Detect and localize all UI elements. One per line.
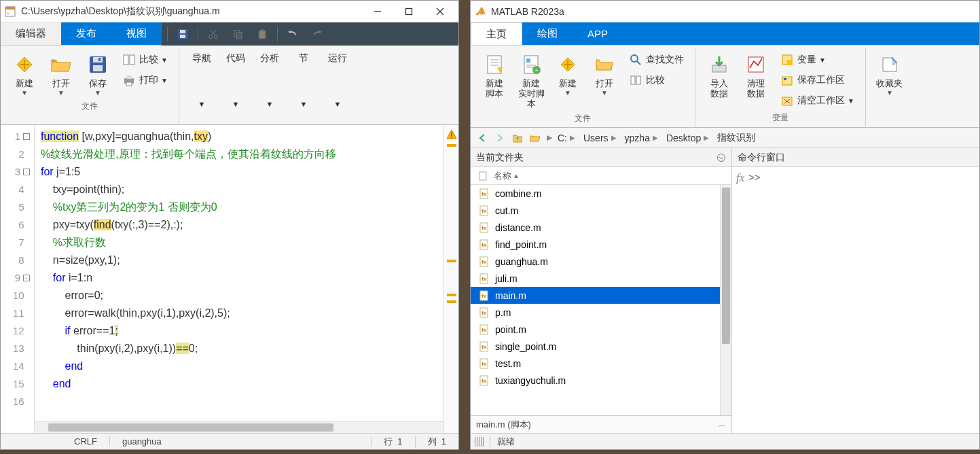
svg-rect-26 — [126, 75, 132, 79]
file-item[interactable]: fxguanghua.m — [471, 253, 720, 270]
favorites-button[interactable]: 收藏夹▼ — [871, 50, 908, 99]
analyze-button[interactable]: 分析▼ — [253, 50, 287, 111]
new-live-script-button[interactable]: + 新建 实时脚本 — [513, 50, 549, 111]
mfile-icon: fx — [477, 290, 491, 302]
command-window[interactable]: fx >> — [732, 167, 979, 433]
panel-menu-icon[interactable] — [716, 153, 726, 162]
clean-data-button[interactable]: 清理 数据 — [738, 50, 774, 101]
tab-publish[interactable]: 发布 — [61, 22, 111, 45]
tab-plots[interactable]: 绘图 — [522, 22, 573, 45]
fold-toggle[interactable]: - — [23, 275, 30, 281]
fold-toggle[interactable]: - — [23, 133, 30, 140]
file-group-label: 文件 — [6, 99, 173, 115]
save-button[interactable]: 保存▼ — [79, 50, 116, 99]
minimize-button[interactable] — [362, 1, 393, 22]
svg-rect-7 — [180, 30, 185, 33]
save-icon[interactable] — [172, 24, 194, 43]
editor-tabstrip: 编辑器 发布 视图 — [1, 22, 458, 46]
code-message-strip — [443, 125, 458, 433]
current-folder-header: 当前文件夹 — [471, 148, 731, 167]
file-item[interactable]: fxsingle_point.m — [471, 338, 720, 355]
svg-point-56 — [718, 154, 725, 161]
fold-toggle[interactable]: - — [23, 169, 30, 175]
v-scrollbar[interactable] — [720, 185, 731, 415]
function-cell: guanghua — [110, 436, 371, 447]
h-scrollbar[interactable] — [48, 423, 333, 432]
print-button[interactable]: 打印 ▼ — [116, 70, 173, 90]
find-files-button[interactable]: 查找文件 — [623, 50, 689, 70]
copy-icon[interactable] — [227, 24, 249, 43]
save-workspace-button[interactable]: 保存工作区 — [774, 70, 860, 90]
cut-icon[interactable] — [202, 24, 224, 43]
svg-point-42 — [631, 55, 638, 62]
run-button[interactable]: 运行▼ — [321, 50, 355, 111]
svg-rect-57 — [479, 172, 486, 180]
mfile-icon: fx — [477, 357, 491, 370]
crumb-drive[interactable]: C:▶ — [555, 133, 581, 143]
browse-button[interactable] — [526, 130, 544, 146]
crumb-users[interactable]: Users▶ — [581, 133, 622, 143]
svg-text:fx: fx — [482, 361, 487, 367]
tab-view[interactable]: 视图 — [111, 22, 162, 45]
svg-rect-24 — [130, 55, 134, 65]
mfile-icon: fx — [477, 324, 491, 336]
variable-button[interactable]: 变量▼ — [774, 50, 860, 70]
status-text: 就绪 — [497, 436, 515, 448]
redo-icon[interactable] — [306, 24, 328, 43]
matlab-open-button[interactable]: 打开▼ — [586, 50, 623, 99]
new-script-button[interactable]: 新建 脚本 — [476, 50, 513, 101]
row-cell: 行 1 — [371, 436, 415, 448]
section-button[interactable]: 节▼ — [287, 50, 321, 111]
expand-icon[interactable]: ︿ — [719, 419, 726, 430]
crumb-user[interactable]: ypzha▶ — [622, 133, 664, 143]
back-button[interactable] — [473, 130, 491, 146]
forward-button[interactable] — [491, 130, 509, 146]
tab-home[interactable]: 主页 — [471, 22, 522, 45]
close-button[interactable] — [424, 1, 456, 22]
file-item[interactable]: fxpoint.m — [471, 321, 720, 338]
up-folder-button[interactable] — [509, 130, 526, 146]
paste-icon[interactable] — [251, 24, 273, 43]
file-item[interactable]: fxfind_point.m — [471, 236, 720, 253]
maximize-button[interactable] — [393, 1, 424, 22]
matlab-title: MATLAB R2023a — [491, 6, 977, 17]
editor-ribbon: 新建▼ 打开▼ 保存▼ 比较 ▼ 打印 ▼ — [1, 46, 458, 125]
svg-rect-21 — [93, 65, 103, 71]
import-data-button[interactable]: 导入 数据 — [701, 50, 738, 101]
matlab-compare-button[interactable]: 比较 — [623, 70, 689, 90]
tab-editor[interactable]: 编辑器 — [1, 22, 61, 45]
nav-button[interactable]: 导航▼ — [185, 50, 219, 111]
svg-text:fx: fx — [482, 208, 487, 214]
crumb-desktop[interactable]: Desktop▶ — [664, 133, 714, 143]
svg-rect-3 — [406, 8, 412, 14]
new-button[interactable]: 新建▼ — [6, 50, 43, 99]
svg-rect-49 — [787, 60, 793, 65]
open-button[interactable]: 打开▼ — [43, 50, 79, 99]
compare-button[interactable]: 比较 ▼ — [116, 50, 173, 70]
tab-apps[interactable]: APP — [573, 22, 623, 45]
file-item[interactable]: fxcut.m — [471, 202, 720, 219]
editor-title: C:\Users\ypzha\Desktop\指纹识别\guanghua.m — [21, 5, 362, 18]
undo-icon[interactable] — [282, 24, 304, 43]
matlab-new-button[interactable]: 新建▼ — [549, 50, 586, 99]
name-column-header[interactable]: 名称▲ — [471, 167, 731, 185]
svg-rect-1 — [5, 7, 15, 10]
svg-rect-22 — [98, 58, 101, 61]
file-item[interactable]: fxdistance.m — [471, 219, 720, 236]
file-item[interactable]: fxjuli.m — [471, 270, 720, 287]
file-item[interactable]: fxtest.m — [471, 355, 720, 372]
svg-text:fx: fx — [482, 276, 487, 282]
code-button[interactable]: 代码▼ — [219, 50, 253, 111]
file-group-label: 文件 — [476, 111, 689, 127]
file-item[interactable]: fxtuxiangyuchuli.m — [471, 372, 720, 389]
svg-rect-20 — [93, 57, 103, 63]
code-area[interactable]: function [w,pxy]=guanghua(thin,txy) %纹线光… — [35, 125, 443, 433]
clear-workspace-button[interactable]: 清空工作区▼ — [774, 90, 860, 111]
svg-point-10 — [215, 35, 218, 39]
file-item[interactable]: fxp.m — [471, 304, 720, 321]
svg-text:fx: fx — [482, 310, 487, 316]
file-list[interactable]: fxcombine.mfxcut.mfxdistance.mfxfind_poi… — [471, 185, 720, 415]
crumb-folder[interactable]: 指纹识别 — [714, 132, 758, 144]
file-item[interactable]: fxcombine.m — [471, 185, 720, 202]
file-item[interactable]: fxmain.m — [471, 287, 720, 304]
